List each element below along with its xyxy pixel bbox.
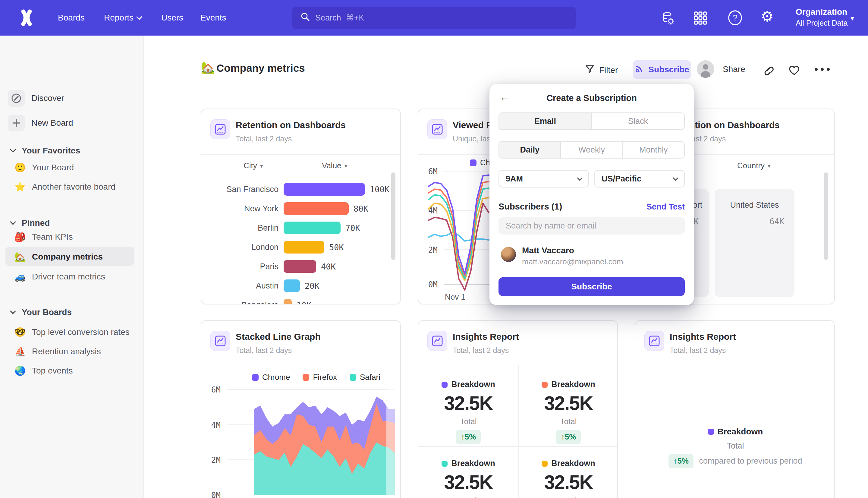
card-subtitle: Total, last 2 days (236, 134, 292, 143)
section-pinned[interactable]: Pinned (11, 218, 50, 228)
metric-tile: Breakdown 32.5K Total ↑5% (418, 380, 518, 444)
sidebar-item-company-metrics[interactable]: 🏡Company metrics (14, 251, 103, 262)
chart-card-icon (210, 119, 230, 139)
subscribe-button[interactable]: Subscribe (633, 60, 691, 79)
nav-events[interactable]: Events (200, 0, 226, 36)
discover-label: Discover (31, 93, 64, 103)
bar-row: Bangalore10K (201, 299, 311, 304)
mixpanel-logo[interactable] (17, 8, 36, 29)
card-stacked-line-graph: Stacked Line Graph Total, last 2 days Ch… (201, 320, 401, 498)
bar-row: Berlin70K (201, 221, 360, 235)
trend-badge: ↑5% (556, 430, 581, 444)
filter-funnel-icon (585, 64, 595, 76)
bar-row: San Francisco100K (201, 183, 389, 196)
subscribers-label: Subscribers (1) (498, 202, 562, 212)
org-caret-icon: ▼ (849, 15, 855, 22)
org-name: Organization (796, 7, 847, 17)
tab-email[interactable]: Email (499, 113, 591, 129)
settings-gear-icon[interactable]: ⚙ (761, 8, 774, 25)
card-insights-report-grid: Insights Report Total, last 2 days Break… (418, 320, 618, 498)
nav-users[interactable]: Users (161, 0, 183, 36)
card-insights-report: Insights Report Total, last 2 days Break… (635, 320, 835, 498)
trend-badge: ↑5% (668, 454, 694, 468)
chart-card-icon (427, 331, 447, 351)
apps-grid-icon[interactable] (693, 11, 708, 25)
sidebar-discover[interactable]: Discover (8, 90, 64, 107)
group-cell-country[interactable]: United States64K (715, 189, 794, 297)
data-management-icon[interactable] (660, 10, 676, 26)
board-emoji: ⭐ (14, 182, 27, 192)
sidebar-item-top-level-conversion[interactable]: 🤓Top level conversion rates (14, 327, 130, 337)
sidebar-item-your-board[interactable]: 🙂Your Board (14, 162, 74, 173)
comparison-row: ↑5% compared to previous period (635, 454, 835, 468)
subscriber-email: matt.vaccaro@mixpanel.com (522, 257, 623, 266)
card-retention-on-dashboards: Retention on Dashboards Total, last 2 da… (201, 108, 401, 304)
board-emoji: 🏡 (14, 251, 27, 262)
column-header-value[interactable]: Value▾ (322, 161, 347, 170)
subscriber-name: Matt Vaccaro (522, 246, 574, 255)
board-emoji: 🌏 (14, 365, 27, 376)
subscriber-avatar (501, 247, 516, 262)
breakdown-legend: Breakdown (635, 427, 835, 436)
filter-button[interactable]: Filter (585, 64, 618, 76)
bar-row: Paris40K (201, 260, 336, 273)
board-emoji: 🤓 (14, 327, 27, 337)
section-your-boards[interactable]: Your Boards (11, 307, 72, 317)
favorite-heart-icon[interactable] (787, 63, 801, 78)
create-subscription-modal: ← Create a Subscription Email Slack Dail… (490, 84, 694, 305)
nav-boards[interactable]: Boards (58, 0, 85, 36)
board-emoji: 🎒 (14, 232, 27, 242)
column-header-country[interactable]: Country▾ (737, 161, 771, 170)
card-subtitle: Total, last 2 days (453, 346, 509, 355)
compass-icon (8, 90, 25, 107)
project-name: All Project Data (796, 19, 847, 27)
total-label: Total (635, 441, 835, 451)
scrollbar[interactable] (391, 172, 396, 260)
sidebar-item-another-favorite[interactable]: ⭐Another favorite board (14, 182, 116, 192)
subscriber-search-input[interactable] (498, 217, 685, 235)
help-icon[interactable]: ? (727, 10, 743, 26)
stacked-area-chart (201, 321, 401, 498)
global-search-input[interactable]: Search ⌘+K (292, 6, 576, 29)
modal-subscribe-button[interactable]: Subscribe (498, 277, 685, 296)
timezone-select[interactable]: US/Pacific (595, 170, 685, 187)
share-button[interactable]: Share (723, 65, 745, 74)
tab-monthly[interactable]: Monthly (622, 142, 684, 158)
more-options-icon[interactable] (814, 67, 831, 73)
sidebar-item-top-events[interactable]: 🌏Top events (14, 365, 72, 376)
modal-title: Create a Subscription (490, 93, 694, 103)
user-avatar[interactable] (697, 60, 714, 78)
sidebar-new-board[interactable]: New Board (8, 115, 73, 131)
metric-tile: Breakdown 32.5K Total ↑5% (518, 380, 618, 444)
new-board-label: New Board (31, 118, 73, 128)
board-emoji: ⛵ (14, 346, 27, 357)
time-select[interactable]: 9AM (498, 170, 589, 187)
comparison-note: compared to previous period (699, 456, 802, 466)
send-test-link[interactable]: Send Test (646, 202, 685, 212)
card-title: Insights Report (670, 331, 736, 342)
sidebar-item-retention-analysis[interactable]: ⛵Retention analysis (14, 346, 101, 357)
tab-weekly[interactable]: Weekly (560, 142, 622, 158)
channel-tabs: Email Slack (498, 113, 685, 130)
org-switcher[interactable]: Organization All Project Data (796, 7, 847, 27)
scrollbar[interactable] (824, 172, 828, 260)
chevron-down-icon (673, 175, 678, 181)
copy-link-icon[interactable] (761, 63, 775, 78)
chevron-down-icon (577, 175, 582, 181)
tab-slack[interactable]: Slack (591, 113, 684, 129)
tab-daily[interactable]: Daily (499, 142, 560, 158)
nav-reports[interactable]: Reports (104, 0, 141, 36)
sidebar: Discover New Board Your Favorites 🙂Your … (0, 36, 144, 498)
top-nav: Boards Reports Users Events Search ⌘+K ?… (0, 0, 868, 36)
x-axis-tick: Nov 1 (445, 292, 465, 302)
sidebar-item-team-kpis[interactable]: 🎒Team KPIs (14, 232, 72, 242)
sidebar-item-driver-team-metrics[interactable]: 🚙Driver team metrics (14, 271, 105, 282)
bar-row: New York80K (201, 202, 368, 215)
section-your-favorites[interactable]: Your Favorites (11, 146, 80, 156)
column-header-city[interactable]: City▾ (243, 161, 263, 170)
trend-badge: ↑5% (456, 430, 481, 444)
bar-row: Austin20K (201, 279, 319, 292)
search-icon (300, 12, 310, 24)
plus-icon (8, 115, 25, 131)
chart-card-icon (644, 331, 664, 351)
